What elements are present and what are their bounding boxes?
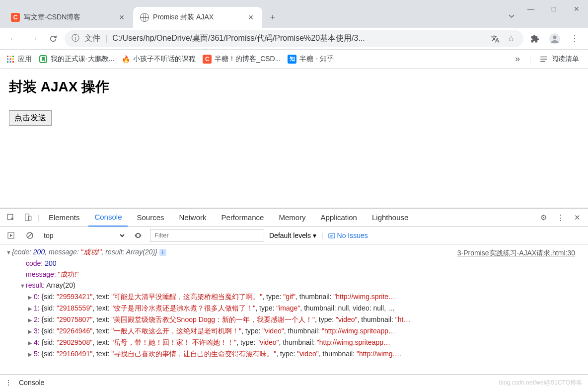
tab-promise-ajax[interactable]: Promise 封装 AJAX × — [133, 7, 262, 28]
flame-icon: 🔥 — [121, 55, 130, 64]
devtools: | ElementsConsoleSourcesNetworkPerforman… — [0, 208, 588, 390]
reading-list-label: 阅读清单 — [551, 55, 579, 64]
drawer-menu-icon[interactable]: ⋮ — [5, 379, 12, 387]
svg-rect-8 — [7, 61, 8, 63]
window-controls: — □ ✕ — [519, 0, 588, 28]
page-content: 封装 AJAX 操作 点击发送 — [0, 69, 588, 135]
new-tab-button[interactable]: + — [265, 10, 280, 25]
info-icon: i — [159, 249, 166, 256]
devtools-tab-performance[interactable]: Performance — [216, 209, 270, 227]
source-link[interactable]: 3-Promise实践练习-AJAX请求.html:30 — [457, 247, 575, 258]
devtools-tab-memory[interactable]: Memory — [273, 209, 311, 227]
csdn-icon: C — [203, 55, 212, 64]
devtools-tab-sources[interactable]: Sources — [131, 209, 170, 227]
eye-icon[interactable] — [131, 229, 145, 242]
devtools-tab-network[interactable]: Network — [173, 209, 213, 227]
bookmark-item[interactable]: 我的正式课-大鹏教... — [39, 55, 114, 64]
console-row[interactable]: ▶2: {sid: "29075807", text: "美国殿堂级饶舌教父Sn… — [12, 314, 588, 325]
bookmark-label: 我的正式课-大鹏教... — [51, 55, 114, 64]
forward-button[interactable]: → — [25, 30, 42, 47]
tab-bar: C 写文章-CSDN博客 × Promise 封装 AJAX × + — [0, 0, 588, 28]
bookmark-label: 半糖！的博客_CSD... — [215, 55, 281, 64]
maximize-button[interactable]: □ — [542, 0, 565, 18]
devtools-tabs: | ElementsConsoleSourcesNetworkPerforman… — [0, 209, 588, 227]
settings-icon[interactable]: ⚙ — [536, 211, 550, 225]
devtools-tab-elements[interactable]: Elements — [43, 209, 86, 227]
context-select[interactable]: top — [42, 231, 126, 240]
svg-rect-9 — [10, 61, 11, 63]
send-button[interactable]: 点击发送 — [9, 110, 52, 126]
svg-rect-6 — [10, 58, 11, 60]
close-button[interactable]: ✕ — [565, 0, 588, 18]
bookmark-item[interactable]: 🔥 小孩子不听话的课程 — [121, 55, 196, 64]
inspect-icon[interactable] — [4, 211, 18, 225]
toolbar: ← → ⓘ 文件 | C:/Users/hp/OneDrive/桌面/361/P… — [0, 28, 588, 50]
bookmark-favicon — [39, 55, 48, 64]
more-icon[interactable]: ⋮ — [553, 211, 567, 225]
close-icon[interactable]: × — [246, 13, 255, 22]
zhihu-icon: 知 — [288, 55, 296, 64]
console-output: 3-Promise实践练习-AJAX请求.html:30 ▼{code: 200… — [0, 244, 588, 374]
csdn-icon: C — [11, 13, 20, 22]
watermark: blog.csdn.net/wei@51CTO博客 — [499, 379, 582, 387]
info-icon[interactable]: ⓘ — [72, 33, 79, 44]
tab-csdn[interactable]: C 写文章-CSDN博客 × — [4, 7, 133, 28]
translate-icon[interactable] — [490, 33, 501, 44]
apps-label: 应用 — [18, 55, 32, 64]
svg-line-17 — [28, 234, 32, 237]
url-text: C:/Users/hp/OneDrive/桌面/361/Promiss/代码/P… — [112, 33, 485, 44]
issues-icon — [328, 232, 335, 239]
close-icon[interactable]: ✕ — [570, 211, 584, 225]
bookmark-item[interactable]: 知 半糖 - 知乎 — [288, 55, 333, 64]
bookmarks-bar: 应用 我的正式课-大鹏教... 🔥 小孩子不听话的课程 C 半糖！的博客_CSD… — [0, 50, 588, 69]
console-row[interactable]: ▶4: {sid: "29029508", text: "岳母，带！她！回！家！… — [12, 337, 588, 348]
page-heading: 封装 AJAX 操作 — [9, 78, 579, 96]
devtools-tab-console[interactable]: Console — [88, 209, 128, 227]
bookmark-label: 小孩子不听话的课程 — [133, 55, 196, 64]
device-icon[interactable] — [21, 211, 35, 225]
list-icon — [539, 55, 548, 64]
console-row[interactable]: message: "成功!" — [12, 269, 588, 280]
console-row[interactable]: ▼result: Array(20) — [12, 280, 588, 291]
bookmark-label: 半糖 - 知乎 — [299, 55, 333, 64]
clear-icon[interactable] — [23, 229, 37, 242]
console-row[interactable]: ▶0: {sid: "29593421", text: "可能是大清早没睡醒，这… — [12, 291, 588, 303]
svg-rect-5 — [7, 58, 8, 60]
console-row[interactable]: ▶5: {sid: "29160491", text: "寻找自己喜欢的事情，让… — [12, 348, 588, 360]
svg-rect-2 — [7, 56, 8, 57]
address-bar[interactable]: ⓘ 文件 | C:/Users/hp/OneDrive/桌面/361/Promi… — [65, 30, 523, 47]
star-icon[interactable]: ☆ — [506, 33, 516, 44]
devtools-tab-lighthouse[interactable]: Lighthouse — [366, 209, 414, 227]
globe-icon — [140, 13, 149, 22]
tab-overflow-button[interactable] — [505, 9, 518, 23]
reading-list-button[interactable]: 阅读清单 — [530, 55, 582, 64]
extensions-icon[interactable] — [526, 30, 543, 47]
reload-button[interactable] — [45, 30, 62, 47]
console-row[interactable]: ▶3: {sid: "29264946", text: "一般人不敢这么开，这绝… — [12, 325, 588, 337]
console-toolbar: top Default levels ▾ | No Issues — [0, 227, 588, 244]
profile-icon[interactable] — [546, 30, 563, 47]
apps-icon — [6, 55, 15, 64]
back-button[interactable]: ← — [5, 30, 22, 47]
minimize-button[interactable]: — — [519, 0, 542, 18]
drawer-tab[interactable]: Console — [19, 379, 44, 387]
devtools-drawer: ⋮ Console blog.csdn.net/wei@51CTO博客 — [0, 374, 588, 390]
svg-rect-4 — [12, 56, 14, 57]
bookmarks-overflow[interactable]: » — [512, 54, 523, 64]
filter-input[interactable] — [150, 229, 264, 242]
svg-point-1 — [553, 35, 557, 39]
play-icon[interactable] — [4, 229, 18, 242]
console-row[interactable]: code: 200 — [12, 258, 588, 269]
tab-title: Promise 封装 AJAX — [153, 13, 242, 22]
devtools-tab-application[interactable]: Application — [315, 209, 363, 227]
svg-rect-10 — [12, 61, 14, 63]
levels-select[interactable]: Default levels ▾ — [269, 232, 316, 239]
file-label: 文件 — [84, 33, 100, 44]
bookmark-item[interactable]: C 半糖！的博客_CSD... — [203, 55, 281, 64]
close-icon[interactable]: × — [117, 13, 126, 22]
menu-icon[interactable]: ⋮ — [566, 30, 583, 47]
console-row[interactable]: ▶1: {sid: "29185559", text: "饺子是用冷水煮还是沸水… — [12, 303, 588, 314]
tab-title: 写文章-CSDN博客 — [24, 13, 113, 22]
apps-button[interactable]: 应用 — [6, 55, 32, 64]
issues-button[interactable]: No Issues — [328, 232, 368, 239]
